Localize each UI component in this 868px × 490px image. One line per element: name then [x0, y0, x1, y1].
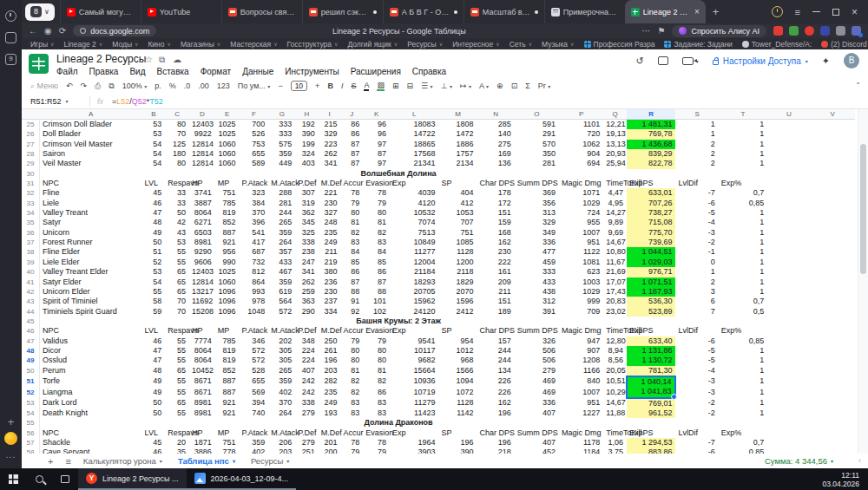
cell[interactable]: 55: [165, 356, 189, 365]
cell[interactable]: [811, 199, 855, 208]
cell[interactable]: [811, 247, 855, 257]
cell[interactable]: [767, 326, 810, 336]
browser-tab[interactable]: Примерочная Lineage 2: [544, 0, 625, 23]
cell[interactable]: 4120: [390, 199, 438, 208]
undo-icon[interactable]: ↶: [66, 82, 73, 90]
cell[interactable]: 1081: [559, 258, 603, 267]
cell-header[interactable]: Evasion: [363, 326, 390, 336]
cell[interactable]: 222: [477, 258, 515, 267]
cell-npc-name[interactable]: Death Knight: [40, 408, 142, 418]
gemini-icon[interactable]: ✦: [822, 56, 830, 67]
cell[interactable]: 1128: [438, 247, 477, 257]
cell[interactable]: [767, 199, 810, 208]
cell[interactable]: 10117: [390, 346, 438, 356]
cell[interactable]: 86: [363, 267, 390, 277]
cell-header[interactable]: M.Atack: [268, 326, 295, 336]
more-icon[interactable]: ...: [6, 450, 16, 460]
cell[interactable]: 79: [363, 199, 390, 208]
cell[interactable]: 1: [719, 356, 767, 365]
cell[interactable]: 206: [268, 438, 295, 448]
cell[interactable]: 307: [295, 188, 319, 198]
column-header-D[interactable]: D: [189, 109, 215, 120]
cell[interactable]: 49: [142, 228, 166, 238]
cell[interactable]: 11,67: [603, 258, 627, 267]
cell-header[interactable]: M.Atack: [268, 428, 295, 438]
cell[interactable]: 724: [559, 208, 603, 218]
cell[interactable]: 1871: [189, 438, 215, 448]
cell[interactable]: 65: [165, 287, 189, 297]
task-view-button[interactable]: [52, 468, 78, 490]
menubar-item[interactable]: Инструменты: [285, 67, 339, 76]
cell[interactable]: 1029: [559, 199, 603, 208]
cell-header[interactable]: Magic Dmg: [559, 428, 603, 438]
new-tab-button[interactable]: +: [713, 5, 720, 18]
cell[interactable]: 329: [319, 129, 341, 139]
cell[interactable]: 226: [477, 387, 515, 397]
cell[interactable]: 709: [559, 307, 603, 317]
cell[interactable]: 1: [719, 287, 767, 297]
cell[interactable]: 404: [438, 188, 477, 198]
cell[interactable]: 192: [295, 120, 319, 130]
cell-expps[interactable]: 769,01: [627, 398, 675, 408]
cell[interactable]: 17,43: [603, 287, 627, 297]
cell[interactable]: 1007: [559, 228, 603, 238]
cell[interactable]: 819: [215, 208, 240, 218]
cell[interactable]: 438: [515, 287, 559, 297]
cell[interactable]: -1: [675, 247, 718, 257]
column-header-F[interactable]: F: [239, 109, 268, 120]
cell[interactable]: 55: [165, 408, 189, 418]
protect-icon[interactable]: ◉: [44, 26, 52, 36]
row-header-55[interactable]: 55: [22, 418, 40, 428]
ask-alice-button[interactable]: Спросить Алису AI: [672, 25, 766, 37]
row-header-37[interactable]: 37: [22, 238, 40, 247]
cell[interactable]: 11279: [390, 398, 438, 408]
cell[interactable]: 54: [142, 278, 166, 287]
menubar-item[interactable]: Формат: [201, 67, 232, 76]
section-row[interactable]: Долина Драконов: [40, 418, 855, 428]
row-header-32[interactable]: 32: [22, 188, 40, 198]
menubar-item[interactable]: Файл: [56, 67, 78, 76]
cell[interactable]: 45: [142, 438, 166, 448]
cell[interactable]: 687: [239, 247, 268, 257]
cell[interactable]: 211: [319, 247, 341, 257]
extension-icon[interactable]: [836, 26, 845, 36]
cell-header[interactable]: Respavn: [165, 326, 189, 336]
cell[interactable]: 1085: [438, 238, 477, 247]
cell[interactable]: 290: [295, 307, 319, 317]
taskbar-app[interactable]: YLineage 2 Ресурсы ...: [78, 468, 187, 490]
cell[interactable]: 83: [341, 398, 364, 408]
cell[interactable]: 0,7: [719, 188, 767, 198]
cell[interactable]: 785: [215, 336, 240, 346]
bookmark-folder[interactable]: Долгий ящик∨: [347, 40, 398, 49]
cell[interactable]: 80: [363, 346, 390, 356]
cell[interactable]: 1025: [215, 129, 240, 139]
cell[interactable]: [767, 188, 810, 198]
cell[interactable]: [811, 179, 855, 188]
cell[interactable]: 14,27: [603, 208, 627, 218]
menubar-item[interactable]: Расширения: [351, 67, 401, 76]
cell-npc-name[interactable]: Fline Elder: [40, 247, 142, 257]
cell[interactable]: 10,29: [603, 387, 627, 397]
row-header-25[interactable]: 25: [22, 120, 40, 130]
zoom-select[interactable]: 100% ▾: [122, 82, 148, 90]
bookmark-folder[interactable]: Игры∨: [30, 40, 54, 49]
row-header-50[interactable]: 50: [22, 366, 40, 376]
cell[interactable]: 370: [268, 398, 295, 408]
cell[interactable]: [767, 346, 810, 356]
cell-npc-name[interactable]: Satyr: [40, 218, 142, 227]
cell[interactable]: 275: [477, 140, 515, 149]
cell[interactable]: 20: [165, 438, 189, 448]
row-header-38[interactable]: 38: [22, 247, 40, 257]
minimize-button[interactable]: [812, 11, 820, 13]
cell[interactable]: 1964: [390, 438, 438, 448]
row-header-33[interactable]: 33: [22, 199, 40, 208]
cell[interactable]: 700: [239, 120, 268, 130]
cell[interactable]: 244: [268, 208, 295, 218]
fill-color-button[interactable]: ▨: [377, 81, 385, 91]
row-header-35[interactable]: 35: [22, 218, 40, 227]
cell[interactable]: 224: [295, 346, 319, 356]
cell[interactable]: 96: [363, 129, 390, 139]
cell[interactable]: 2412: [438, 307, 477, 317]
cell[interactable]: 9,69: [603, 228, 627, 238]
font-size-field[interactable]: 10: [291, 81, 307, 91]
